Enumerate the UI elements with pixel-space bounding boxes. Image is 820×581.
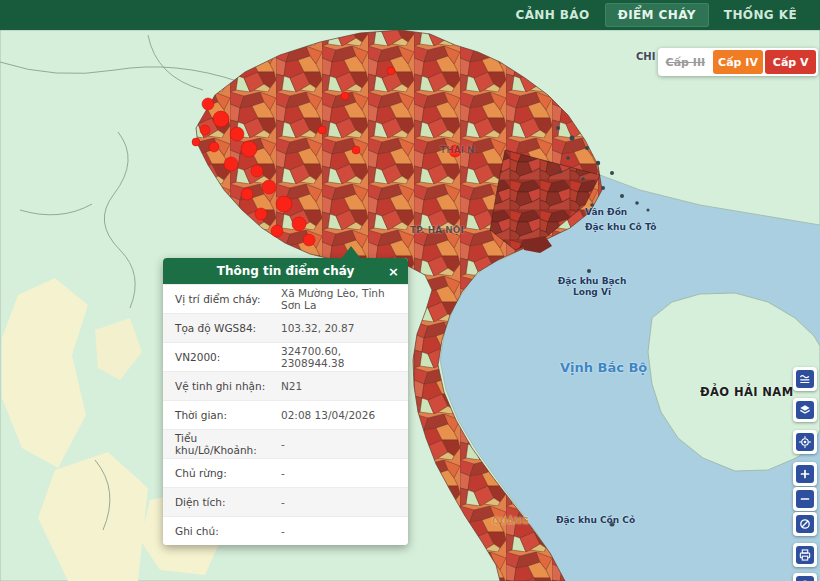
popup-row-area: Diện tích: - [163, 487, 408, 516]
map-toolbar [793, 367, 817, 581]
fire-info-popup: Thông tin điểm cháy × Vị trí điểm cháy: … [163, 258, 408, 545]
terrain-layers-button[interactable] [793, 367, 817, 391]
nav-item-thong-ke[interactable]: THỐNG KÊ [711, 3, 810, 27]
row-value: 103.32, 20.87 [273, 322, 396, 334]
layers-button[interactable] [793, 398, 817, 422]
zoom-in-button[interactable] [793, 462, 817, 486]
popup-row-vn2000: VN2000: 324700.60, 2308944.38 [163, 342, 408, 371]
row-label: Tiểu khu/Lô/Khoảnh: [175, 432, 273, 456]
row-label: Vị trí điểm cháy: [175, 293, 273, 305]
close-icon[interactable]: × [388, 258, 399, 284]
popup-row-time: Thời gian: 02:08 13/04/2026 [163, 400, 408, 429]
popup-row-wgs84: Tọa độ WGS84: 103.32, 20.87 [163, 313, 408, 342]
row-value: - [273, 467, 396, 479]
popup-rows: Vị trí điểm cháy: Xã Mường Lèo, Tỉnh Sơn… [163, 284, 408, 545]
popup-row-note: Ghi chú: - [163, 516, 408, 545]
nav-item-canh-bao[interactable]: CẢNH BÁO [502, 3, 602, 27]
contour-lines-icon [798, 372, 812, 386]
plus-icon [798, 467, 812, 481]
legend-cap-v-button[interactable]: Cấp V [765, 50, 816, 74]
row-label: Vệ tinh ghi nhận: [175, 380, 273, 392]
slash-circle-icon [798, 517, 812, 531]
row-label: Ghi chú: [175, 525, 273, 537]
print-button[interactable] [793, 543, 817, 567]
popup-title: Thông tin điểm cháy [217, 264, 355, 278]
locate-crosshair-icon [798, 435, 812, 449]
zoom-out-button[interactable] [793, 487, 817, 511]
row-value: 02:08 13/04/2026 [273, 409, 396, 421]
extent-button-partially-hidden[interactable] [793, 573, 817, 581]
row-label: Chủ rừng: [175, 467, 273, 479]
row-value: 324700.60, 2308944.38 [273, 345, 396, 369]
layers-icon [798, 403, 812, 417]
row-label: Tọa độ WGS84: [175, 322, 273, 334]
popup-row-satellite: Vệ tinh ghi nhận: N21 [163, 371, 408, 400]
popup-row-forest-owner: Chủ rừng: - [163, 458, 408, 487]
row-value: Xã Mường Lèo, Tỉnh Sơn La [273, 287, 396, 311]
popup-header: Thông tin điểm cháy × [163, 258, 408, 284]
row-value: - [273, 525, 396, 537]
row-value: - [273, 438, 396, 450]
row-value: N21 [273, 380, 396, 392]
row-label: VN2000: [175, 351, 273, 363]
popup-row-compartment: Tiểu khu/Lô/Khoảnh: - [163, 429, 408, 458]
nav-item-diem-chay[interactable]: ĐIỂM CHÁY [605, 3, 709, 27]
locate-button[interactable] [793, 430, 817, 454]
minus-icon [798, 492, 812, 506]
printer-icon [798, 548, 812, 562]
row-label: Thời gian: [175, 409, 273, 421]
map-canvas[interactable] [0, 30, 820, 581]
top-nav-bar: CẢNH BÁO ĐIỂM CHÁY THỐNG KÊ [0, 0, 820, 30]
popup-row-location: Vị trí điểm cháy: Xã Mường Lèo, Tỉnh Sơn… [163, 284, 408, 313]
legend-cap-iv-button[interactable]: Cấp IV [713, 50, 764, 74]
row-label: Diện tích: [175, 496, 273, 508]
legend-cap-iii-button[interactable]: Cấp III [660, 50, 711, 74]
clear-selection-button[interactable] [793, 512, 817, 536]
map-graphic [0, 30, 820, 581]
row-value: - [273, 496, 396, 508]
fire-danger-legend: Cấp III Cấp IV Cấp V [658, 48, 818, 76]
